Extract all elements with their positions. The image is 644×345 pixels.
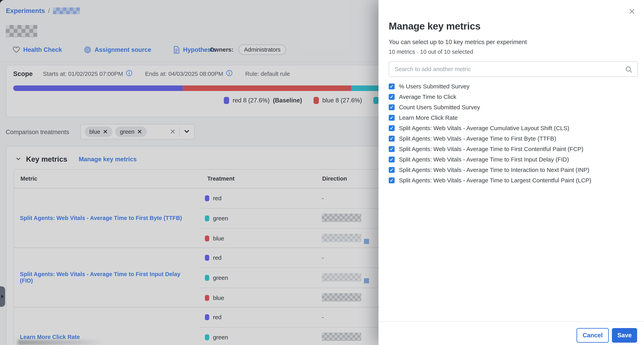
metric-checkbox[interactable]: ✓: [389, 157, 395, 162]
search-icon: [625, 66, 633, 74]
metric-label: Learn More Click Rate: [399, 114, 458, 121]
metric-label: Split Agents: Web Vitals - Average Time …: [399, 135, 556, 142]
metric-list-item: ✓Count Users Submitted Survey: [389, 102, 636, 112]
metric-label: % Users Submitted Survey: [399, 83, 470, 90]
metric-label: Split Agents: Web Vitals - Average Time …: [399, 177, 591, 184]
panel-title: Manage key metrics: [389, 21, 480, 32]
metric-list-item: ✓% Users Submitted Survey: [389, 81, 636, 92]
save-button[interactable]: Save: [612, 328, 637, 343]
app-root: Experiments / Health CheckAssignment sou…: [0, 0, 644, 345]
manage-key-metrics-panel: ✕ Manage key metrics You can select up t…: [378, 0, 644, 345]
metric-checkbox[interactable]: ✓: [389, 146, 395, 152]
metric-search-input[interactable]: [389, 62, 638, 76]
metric-checkbox[interactable]: ✓: [389, 167, 395, 173]
close-icon[interactable]: ✕: [628, 8, 635, 16]
metric-checkbox[interactable]: ✓: [389, 136, 395, 142]
metric-label: Average Time to Click: [399, 94, 456, 100]
metric-label: Split Agents: Web Vitals - Average Cumul…: [399, 125, 569, 132]
metric-list-item: ✓Average Time to Click: [389, 92, 636, 102]
metric-checkbox[interactable]: ✓: [389, 177, 395, 183]
metric-checkbox-list: ✓% Users Submitted Survey✓Average Time t…: [389, 81, 636, 185]
metric-list-item: ✓Split Agents: Web Vitals - Average Time…: [389, 144, 636, 154]
panel-selection-count: 10 metrics · 10 out of 10 selected: [389, 49, 473, 55]
metric-list-item: ✓Split Agents: Web Vitals - Average Time…: [389, 175, 636, 185]
metric-list-item: ✓Learn More Click Rate: [389, 112, 636, 123]
metric-label: Split Agents: Web Vitals - Average Time …: [399, 156, 569, 163]
panel-footer: Cancel Save: [378, 321, 644, 345]
metric-checkbox[interactable]: ✓: [389, 115, 395, 121]
metric-list-item: ✓Split Agents: Web Vitals - Average Cumu…: [389, 123, 636, 133]
metric-search-box: [389, 62, 638, 77]
metric-label: Split Agents: Web Vitals - Average Time …: [399, 167, 589, 173]
cancel-button[interactable]: Cancel: [576, 328, 609, 343]
metric-list-item: ✓Split Agents: Web Vitals - Average Time…: [389, 154, 636, 165]
metric-label: Split Agents: Web Vitals - Average Time …: [399, 146, 584, 152]
metric-checkbox[interactable]: ✓: [389, 94, 395, 100]
metric-list-item: ✓Split Agents: Web Vitals - Average Time…: [389, 133, 636, 144]
metric-checkbox[interactable]: ✓: [389, 104, 395, 110]
metric-list-item: ✓Split Agents: Web Vitals - Average Time…: [389, 165, 636, 175]
metric-checkbox[interactable]: ✓: [389, 125, 395, 131]
panel-subtitle: You can select up to 10 key metrics per …: [389, 39, 527, 46]
metric-checkbox[interactable]: ✓: [389, 84, 395, 89]
metric-label: Count Users Submitted Survey: [399, 104, 480, 111]
